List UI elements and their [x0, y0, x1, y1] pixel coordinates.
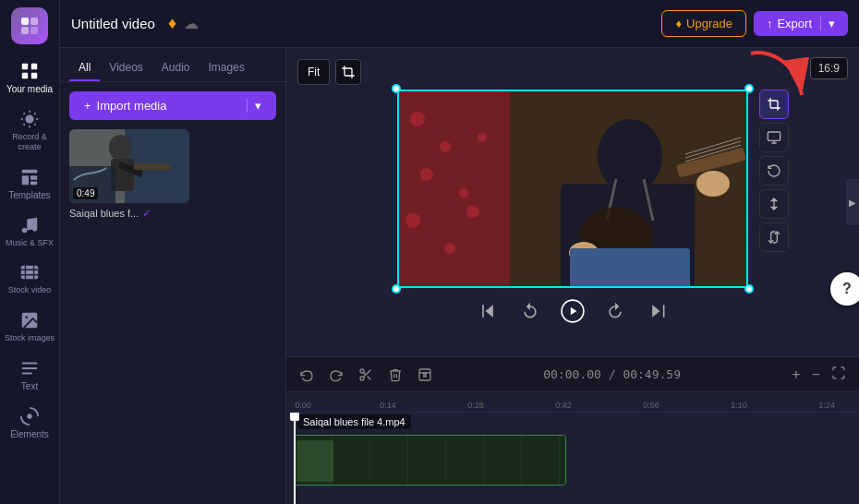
handle-top-left[interactable]: [392, 84, 401, 93]
ruler-mark-5: 1:10: [731, 401, 747, 410]
handle-bottom-left[interactable]: [392, 284, 401, 294]
sidebar-item-templates[interactable]: Templates: [0, 160, 59, 208]
timeline-toolbar: 00:00.00 / 00:49.59 + −: [286, 357, 859, 392]
sidebar-item-stock-images[interactable]: Stock images: [0, 303, 59, 351]
timeline-ruler[interactable]: 0:00 0:14 0:28 0:42 0:56 1:10 1:24: [286, 392, 859, 413]
crop-icon-tool[interactable]: [759, 90, 789, 119]
screen-tool[interactable]: [759, 123, 789, 152]
forward-button[interactable]: [601, 297, 629, 325]
ruler-mark-6: 1:24: [818, 401, 835, 410]
play-button[interactable]: [559, 297, 587, 325]
preview-top-controls: Fit: [297, 59, 361, 85]
media-tabs: All Videos Audio Images: [60, 48, 285, 82]
tab-videos[interactable]: Videos: [100, 55, 151, 81]
svg-point-29: [420, 168, 433, 181]
sidebar-item-your-media[interactable]: Your media: [0, 54, 59, 102]
playhead[interactable]: [294, 413, 296, 504]
skip-forward-icon: [648, 302, 667, 320]
checkmark-icon: ✓: [142, 207, 151, 220]
sidebar-item-music-sfx[interactable]: Music & SFX: [0, 208, 59, 256]
handle-top-right[interactable]: [744, 84, 754, 93]
export-dropdown-arrow[interactable]: ▾: [820, 17, 835, 30]
svg-point-17: [25, 317, 28, 319]
skip-back-button[interactable]: [474, 297, 502, 325]
svg-rect-46: [570, 248, 690, 288]
sidebar-item-label: Templates: [8, 190, 51, 200]
aspect-ratio-badge: 16:9: [810, 57, 848, 79]
scale-tool[interactable]: [759, 222, 789, 252]
sidebar-item-stock-video[interactable]: Stock video: [0, 255, 59, 303]
sidebar-item-elements[interactable]: Elements: [0, 399, 59, 447]
undo-button[interactable]: [296, 364, 318, 386]
handle-bottom-right[interactable]: [744, 284, 754, 294]
tab-audio[interactable]: Audio: [152, 55, 200, 81]
svg-rect-48: [768, 132, 780, 140]
cut-button[interactable]: [355, 364, 377, 386]
current-time: 00:00.00: [543, 367, 601, 381]
logo-icon: [18, 15, 41, 37]
svg-rect-11: [30, 175, 37, 180]
svg-point-30: [459, 188, 468, 198]
help-button[interactable]: ?: [830, 272, 859, 306]
detach-audio-button[interactable]: [414, 364, 436, 386]
import-icon: +: [84, 99, 91, 113]
sidebar-item-label: Stock video: [8, 285, 52, 295]
skip-forward-button[interactable]: [644, 297, 671, 325]
sidebar-item-label: Record &create: [12, 132, 47, 152]
sidebar: Your media Record &create Templates Musi…: [0, 0, 60, 504]
tab-images[interactable]: Images: [200, 55, 254, 81]
crown-small-icon: ♦: [675, 17, 682, 30]
sidebar-item-label: Text: [21, 381, 38, 391]
cloud-icon: ☁: [184, 15, 199, 32]
export-button[interactable]: ↑ Export ▾: [754, 11, 848, 36]
flip-tool[interactable]: [759, 189, 789, 219]
crop-tool-button[interactable]: [335, 59, 361, 85]
redo-button[interactable]: [325, 364, 347, 386]
timeline-area: 00:00.00 / 00:49.59 + −: [286, 356, 859, 504]
fit-timeline-button[interactable]: [828, 362, 850, 388]
tab-all[interactable]: All: [69, 55, 100, 81]
video-content: [399, 91, 748, 288]
upgrade-button[interactable]: ♦ Upgrade: [661, 10, 746, 37]
flip-icon: [767, 197, 781, 211]
svg-rect-4: [22, 64, 28, 69]
media-grid: 0:49 Saiqal blues f... ✓: [60, 120, 285, 229]
ruler-mark-0: 0:00: [295, 401, 311, 410]
zoom-out-button[interactable]: −: [808, 363, 824, 387]
app-logo[interactable]: [11, 7, 48, 44]
sidebar-item-label: Your media: [6, 84, 53, 94]
svg-rect-54: [295, 436, 565, 486]
svg-point-8: [25, 114, 33, 123]
zoom-in-button[interactable]: +: [788, 363, 804, 387]
playback-controls: [474, 288, 671, 334]
timeline-tracks: Saiqal blues file 4.mp4 ▶ ♪: [286, 413, 859, 504]
video-preview-frame[interactable]: [397, 90, 748, 288]
import-media-button[interactable]: + Import media ▾: [69, 91, 276, 120]
sidebar-item-record-create[interactable]: Record &create: [0, 102, 59, 160]
collapse-right-panel[interactable]: ▶: [846, 179, 859, 225]
svg-point-28: [440, 141, 451, 152]
sidebar-item-label: Stock images: [5, 333, 54, 343]
svg-rect-10: [22, 175, 29, 185]
playhead-handle[interactable]: [290, 413, 299, 421]
text-icon: [19, 358, 40, 378]
svg-rect-1: [30, 18, 38, 25]
delete-button[interactable]: [384, 364, 406, 386]
upload-icon: ↑: [767, 17, 773, 30]
skip-back-icon: [478, 302, 497, 320]
svg-rect-3: [30, 27, 38, 34]
fit-icon: [831, 366, 846, 380]
sidebar-item-text[interactable]: Text: [0, 351, 59, 399]
preview-area: Fit 16:9: [286, 48, 859, 504]
fit-button[interactable]: Fit: [297, 59, 330, 85]
media-filename: Saiqal blues f... ✓: [69, 207, 276, 220]
ruler-mark-3: 0:42: [555, 401, 572, 410]
crop-icon: [341, 65, 356, 79]
rewind-button[interactable]: [516, 297, 544, 325]
video-track-clip[interactable]: ▶ ♪: [294, 435, 566, 486]
svg-point-33: [478, 133, 487, 142]
list-item[interactable]: 0:49 Saiqal blues f... ✓: [69, 129, 276, 220]
media-duration: 0:49: [73, 187, 98, 199]
rotate-tool[interactable]: [759, 156, 789, 186]
import-dropdown-arrow[interactable]: ▾: [247, 99, 261, 113]
